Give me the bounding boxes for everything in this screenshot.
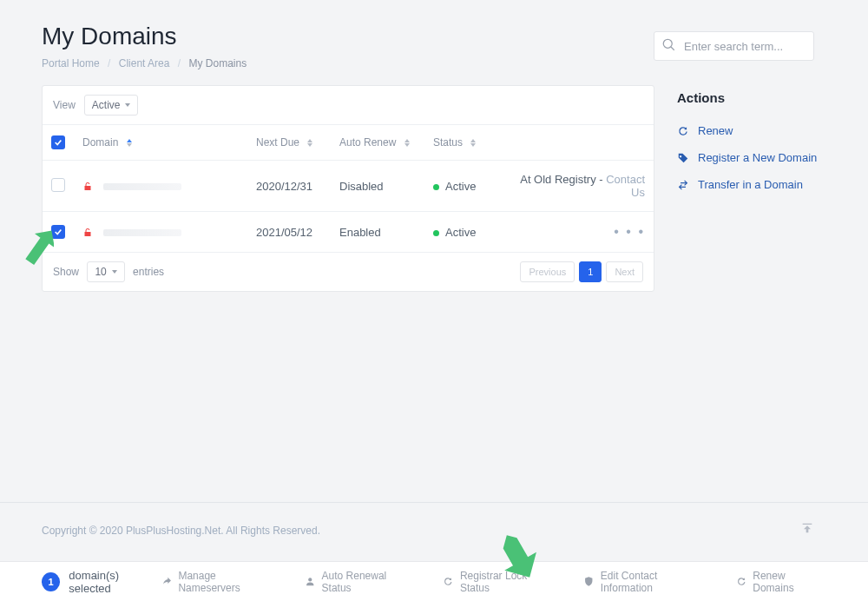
domains-panel: View Active	[42, 85, 654, 292]
view-label: View	[53, 99, 76, 111]
search-icon	[662, 38, 675, 54]
refresh-icon	[677, 125, 689, 137]
sort-icon	[404, 139, 410, 147]
status-text: Active	[445, 226, 476, 239]
breadcrumb-sep: /	[108, 57, 110, 69]
column-auto-renew[interactable]: Auto Renew	[331, 125, 424, 161]
row-checkbox[interactable]	[51, 178, 65, 192]
transfer-icon	[677, 179, 689, 191]
status-text: Active	[445, 180, 476, 193]
column-status-label: Status	[433, 136, 463, 149]
action-transfer[interactable]: Transfer in a Domain	[677, 171, 842, 198]
cell-next-due: 2020/12/31	[247, 161, 331, 212]
pager-page-button[interactable]: 1	[579, 261, 602, 282]
column-domain-label: Domain	[82, 136, 118, 149]
column-next-due[interactable]: Next Due	[247, 125, 331, 161]
tag-icon	[677, 152, 689, 164]
chevron-down-icon	[112, 270, 117, 274]
action-renew[interactable]: Renew	[677, 117, 842, 144]
view-filter-value: Active	[92, 99, 121, 111]
pagination: Previous 1 Next	[520, 261, 643, 282]
table-row[interactable]: 2021/05/12 Enabled Active • • •	[43, 212, 654, 253]
svg-marker-1	[20, 228, 54, 269]
select-all-checkbox[interactable]	[51, 135, 65, 149]
auto-renewal-button[interactable]: Auto Renewal Status	[305, 570, 415, 594]
manage-nameservers-button[interactable]: Manage Nameservers	[161, 570, 277, 594]
breadcrumb-home[interactable]: Portal Home	[42, 57, 100, 69]
search-input[interactable]	[654, 31, 814, 61]
renew-domains-label: Renew Domains	[753, 570, 826, 594]
breadcrumb-client-area[interactable]: Client Area	[119, 57, 170, 69]
action-renew-label: Renew	[698, 124, 733, 137]
cell-next-due: 2021/05/12	[247, 212, 331, 253]
view-filter-dropdown[interactable]: Active	[84, 95, 139, 116]
edit-contact-button[interactable]: Edit Contact Information	[583, 570, 707, 594]
domain-name-redacted	[103, 229, 181, 236]
actions-title: Actions	[677, 90, 842, 105]
domains-table: Domain Next Due Auto Renew	[43, 125, 654, 253]
shield-icon	[583, 576, 595, 587]
column-next-due-label: Next Due	[256, 136, 299, 149]
svg-point-0	[308, 578, 312, 581]
pager-next-button[interactable]: Next	[606, 261, 643, 282]
domain-name-redacted	[103, 183, 181, 190]
selection-count-badge: 1	[42, 572, 60, 591]
column-domain[interactable]: Domain	[74, 125, 247, 161]
page-size-dropdown[interactable]: 10	[87, 261, 124, 282]
lock-open-icon	[82, 182, 93, 192]
cell-auto-renew: Enabled	[331, 212, 424, 253]
selection-bar: 1 domain(s) selected Manage Nameservers …	[0, 561, 868, 601]
contact-us-link[interactable]: Contact Us	[606, 173, 645, 199]
chevron-down-icon	[125, 103, 130, 107]
edit-contact-label: Edit Contact Information	[601, 570, 708, 594]
divider	[0, 502, 868, 503]
sort-icon	[470, 139, 476, 147]
lock-open-icon	[82, 228, 93, 238]
page-size-value: 10	[95, 266, 106, 278]
show-label: Show	[53, 266, 79, 278]
table-row[interactable]: 2020/12/31 Disabled Active At Old Regist…	[43, 161, 654, 212]
sort-icon	[307, 139, 312, 147]
cell-status: Active	[424, 212, 511, 253]
status-dot-icon	[433, 184, 439, 190]
breadcrumb-sep: /	[178, 57, 181, 69]
manage-nameservers-label: Manage Nameservers	[178, 570, 277, 594]
entries-label: entries	[133, 266, 164, 278]
svg-marker-3	[497, 535, 537, 577]
registry-note: At Old Registry -	[520, 173, 606, 186]
sort-icon	[127, 139, 132, 147]
cell-auto-renew: Disabled	[331, 161, 424, 212]
row-actions-menu[interactable]: • • •	[511, 212, 654, 253]
status-dot-icon	[433, 230, 439, 236]
action-register[interactable]: Register a New Domain	[677, 144, 842, 171]
renew-domains-button[interactable]: Renew Domains	[736, 570, 826, 594]
pager-prev-button[interactable]: Previous	[520, 261, 575, 282]
refresh-icon	[443, 576, 454, 587]
copyright: Copyright © 2020 PlusPlusHosting.Net. Al…	[42, 525, 320, 537]
cell-status: Active	[424, 161, 511, 212]
column-status[interactable]: Status	[424, 125, 511, 161]
action-register-label: Register a New Domain	[698, 151, 817, 164]
scroll-to-top-button[interactable]	[800, 521, 814, 538]
selection-text: domain(s) selected	[69, 569, 161, 595]
person-icon	[305, 576, 316, 587]
auto-renewal-label: Auto Renewal Status	[322, 570, 416, 594]
column-auto-renew-label: Auto Renew	[339, 136, 396, 149]
refresh-icon	[736, 576, 747, 587]
action-transfer-label: Transfer in a Domain	[698, 178, 803, 191]
share-icon	[161, 576, 173, 587]
breadcrumb-current: My Domains	[188, 57, 247, 69]
